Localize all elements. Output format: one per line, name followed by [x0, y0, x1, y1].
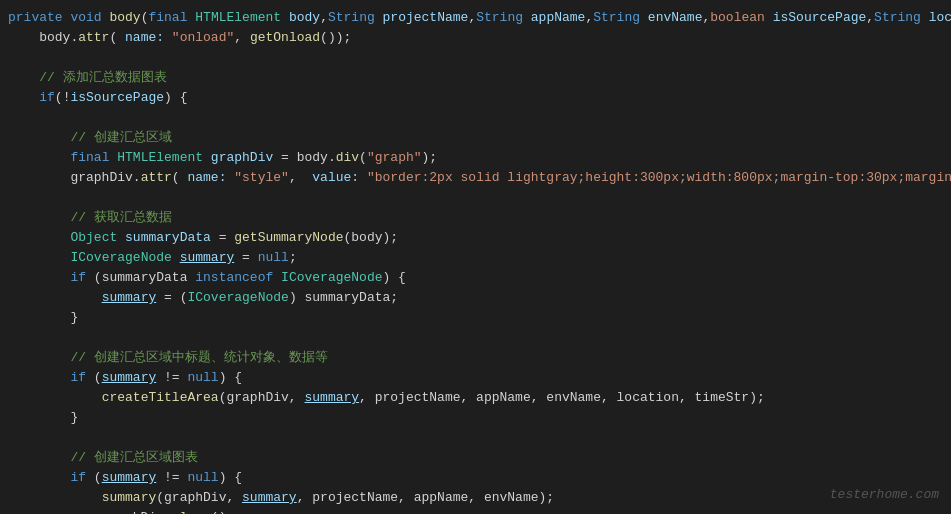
code-token: body — [109, 8, 140, 28]
code-token: ); — [422, 148, 438, 168]
code-token: , — [468, 8, 476, 28]
code-token — [8, 468, 70, 488]
code-token: summary — [180, 248, 235, 268]
code-token: summary — [304, 388, 359, 408]
code-token: ICoverageNode — [70, 248, 179, 268]
code-token: != — [156, 368, 187, 388]
code-token — [8, 88, 39, 108]
code-token: = body. — [273, 148, 335, 168]
code-token: ( — [86, 468, 102, 488]
code-line — [0, 188, 951, 208]
code-line: summary(graphDiv, summary, projectName, … — [0, 488, 951, 508]
code-token: (graphDiv, — [156, 488, 242, 508]
code-line: // 获取汇总数据 — [0, 208, 951, 228]
code-token: boolean — [710, 8, 772, 28]
code-token: , — [702, 8, 710, 28]
code-token: body. — [8, 28, 78, 48]
code-token: instanceof — [195, 268, 281, 288]
code-token: (); — [211, 508, 234, 514]
code-token: } — [8, 308, 78, 328]
code-token: , — [289, 168, 312, 188]
code-token: , projectName, appName, envName); — [297, 488, 554, 508]
code-token: ()); — [320, 28, 351, 48]
code-line: summary = (ICoverageNode) summaryData; — [0, 288, 951, 308]
code-token: ( — [109, 28, 117, 48]
code-line: } — [0, 308, 951, 328]
code-token: (! — [55, 88, 71, 108]
code-token: body — [289, 8, 320, 28]
code-line — [0, 328, 951, 348]
code-token: , — [234, 28, 250, 48]
code-token: void — [70, 8, 109, 28]
code-line: // 创建汇总区域 — [0, 128, 951, 148]
code-token: summary — [102, 488, 157, 508]
code-token: String — [593, 8, 648, 28]
code-token: if — [70, 368, 86, 388]
code-token: getSummaryNode — [234, 228, 343, 248]
code-token: isSourcePage — [70, 88, 164, 108]
code-token: = — [211, 228, 234, 248]
code-token: summary — [102, 468, 157, 488]
code-token: // 创建汇总区域图表 — [8, 448, 198, 468]
code-token: HTMLElement — [195, 8, 289, 28]
code-line: createTitleArea(graphDiv, summary, proje… — [0, 388, 951, 408]
code-line: if (summary != null) { — [0, 368, 951, 388]
code-token: graphDiv. — [8, 508, 172, 514]
code-token: projectName — [383, 8, 469, 28]
code-line: graphDiv.close(); — [0, 508, 951, 514]
code-token: ) { — [164, 88, 187, 108]
code-token: graphDiv. — [8, 168, 141, 188]
code-token — [8, 388, 102, 408]
code-token — [8, 228, 70, 248]
code-token: "onload" — [172, 28, 234, 48]
code-token: String — [328, 8, 383, 28]
code-token — [8, 248, 70, 268]
code-token: HTMLElement — [117, 148, 211, 168]
code-token: ( — [141, 8, 149, 28]
code-token: , projectName, appName, envName, locatio… — [359, 388, 765, 408]
code-token: null — [187, 368, 218, 388]
code-token: ( — [359, 148, 367, 168]
code-line: // 添加汇总数据图表 — [0, 68, 951, 88]
code-token — [8, 288, 102, 308]
code-token: // 创建汇总区域 — [8, 128, 172, 148]
code-token: envName — [648, 8, 703, 28]
code-token: (graphDiv, — [219, 388, 305, 408]
code-token: if — [39, 88, 55, 108]
code-line — [0, 48, 951, 68]
code-token: summaryData — [125, 228, 211, 248]
code-token: graphDiv — [211, 148, 273, 168]
code-token — [8, 488, 102, 508]
code-line: private void body(final HTMLElement body… — [0, 8, 951, 28]
code-token: summary — [102, 288, 157, 308]
code-token: null — [187, 468, 218, 488]
code-token: String — [874, 8, 929, 28]
code-line: body.attr( name: "onload", getOnload()); — [0, 28, 951, 48]
code-line: ICoverageNode summary = null; — [0, 248, 951, 268]
code-token: = ( — [156, 288, 187, 308]
code-line: if(!isSourcePage) { — [0, 88, 951, 108]
code-line: if (summaryData instanceof ICoverageNode… — [0, 268, 951, 288]
code-token: createTitleArea — [102, 388, 219, 408]
code-token: ICoverageNode — [281, 268, 382, 288]
code-editor: private void body(final HTMLElement body… — [0, 0, 951, 514]
code-token: private — [8, 8, 70, 28]
code-token: "graph" — [367, 148, 422, 168]
code-token: attr — [141, 168, 172, 188]
code-line: final HTMLElement graphDiv = body.div("g… — [0, 148, 951, 168]
code-token: appName — [531, 8, 586, 28]
code-token — [8, 268, 70, 288]
code-token: String — [476, 8, 531, 28]
code-token: name: — [117, 28, 172, 48]
code-token: , — [320, 8, 328, 28]
code-token: (summaryData — [86, 268, 195, 288]
code-token: summary — [242, 488, 297, 508]
code-token: // 添加汇总数据图表 — [8, 68, 167, 88]
code-token: "border:2px solid lightgray;height:300px… — [359, 168, 951, 188]
code-token: ( — [172, 168, 188, 188]
code-token: (body); — [343, 228, 398, 248]
code-token: ) { — [219, 468, 242, 488]
code-line: graphDiv.attr( name: "style", value: "bo… — [0, 168, 951, 188]
code-line — [0, 428, 951, 448]
code-token: location — [929, 8, 951, 28]
